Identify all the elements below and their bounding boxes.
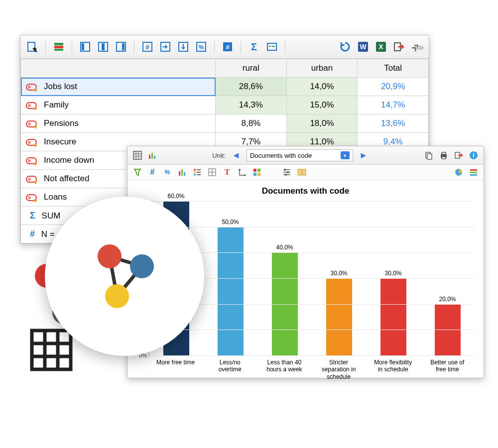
- network-graph-icon: [82, 234, 167, 319]
- svg-rect-6: [54, 43, 63, 45]
- cell-total[interactable]: 20,9%: [358, 78, 429, 96]
- hash-small-icon[interactable]: #: [147, 167, 157, 177]
- cell-urban[interactable]: 14,0%: [286, 78, 358, 96]
- merge-cells-icon[interactable]: [297, 167, 307, 177]
- network-badge: [45, 197, 204, 356]
- cell-urban[interactable]: 15,0%: [286, 96, 358, 114]
- stats-box-icon[interactable]: [265, 40, 279, 54]
- hash-icon[interactable]: #: [140, 40, 154, 54]
- cell-total[interactable]: 13,6%: [358, 114, 429, 133]
- cell-rural[interactable]: 8,8%: [216, 114, 287, 133]
- export-icon[interactable]: [454, 150, 464, 160]
- cell-rural[interactable]: 28,6%: [216, 78, 287, 96]
- row-label: Income down: [44, 155, 94, 165]
- text-tool-icon[interactable]: T: [222, 167, 232, 177]
- cell-urban[interactable]: 18,0%: [286, 114, 358, 133]
- highlight-rows-icon[interactable]: [52, 40, 66, 54]
- col-header-label[interactable]: [21, 59, 216, 78]
- code-tag-icon: [26, 156, 39, 165]
- bars-colored-icon[interactable]: [177, 167, 187, 177]
- svg-rect-14: [122, 43, 124, 50]
- unit-next-button[interactable]: ►: [358, 150, 369, 161]
- unit-prev-button[interactable]: ◄: [231, 150, 242, 161]
- table-view-icon[interactable]: [132, 150, 142, 160]
- layout-right-icon[interactable]: [114, 40, 128, 54]
- svg-rect-53: [133, 151, 141, 159]
- chevron-down-icon: ▾: [341, 151, 350, 159]
- palette-icon[interactable]: [252, 167, 262, 177]
- grid-small-icon[interactable]: [207, 167, 217, 177]
- svg-point-42: [28, 141, 31, 144]
- x-tick-label: Better use of free time: [427, 359, 468, 380]
- svg-point-36: [28, 104, 31, 107]
- filter-icon[interactable]: [132, 167, 142, 177]
- legend-icon[interactable]: [469, 167, 479, 177]
- hash-solid-icon[interactable]: #: [221, 40, 235, 54]
- x-tick-label: More flexibility in schedule: [373, 359, 413, 380]
- svg-text:i: i: [473, 152, 474, 159]
- bar-value-label: 20,0%: [439, 296, 456, 303]
- table-row[interactable]: Jobs lost28,6%14,0%20,9%: [21, 78, 429, 96]
- percent-small-icon[interactable]: %: [162, 167, 172, 177]
- svg-point-48: [28, 178, 31, 181]
- pie-icon[interactable]: [454, 167, 464, 177]
- bar-value-label: 30,0%: [330, 270, 347, 277]
- svg-rect-84: [257, 173, 260, 176]
- cell-total[interactable]: 14,7%: [358, 96, 429, 114]
- arrow-right-box-icon[interactable]: [158, 40, 172, 54]
- svg-point-49: [34, 181, 37, 184]
- word-export-icon[interactable]: W: [356, 40, 370, 54]
- export-arrow-icon[interactable]: [392, 40, 406, 54]
- info-icon[interactable]: i: [469, 150, 479, 160]
- crosstab-toolbar: # % # Σ W X »: [20, 35, 429, 59]
- col-header-urban[interactable]: urban: [286, 59, 358, 78]
- layout-left-icon[interactable]: [78, 40, 92, 54]
- sigma-icon[interactable]: Σ: [247, 40, 261, 54]
- x-tick-label: Less than 40 hours a week: [264, 359, 305, 380]
- code-tag-icon: [26, 193, 39, 202]
- abacus-icon[interactable]: [282, 167, 292, 177]
- bar[interactable]: 30,0%: [319, 270, 360, 355]
- svg-rect-25: [269, 46, 271, 47]
- list-icon[interactable]: [192, 167, 202, 177]
- svg-point-39: [28, 122, 31, 125]
- unit-dropdown[interactable]: Documents with code ▾: [247, 149, 353, 161]
- row-label: Insecure: [44, 137, 76, 146]
- table-row[interactable]: Family14,3%15,0%14,7%: [21, 96, 429, 114]
- excel-export-icon[interactable]: X: [374, 40, 388, 54]
- axis-icon[interactable]: [237, 167, 247, 177]
- chart-top-toolbar: Unit: ◄ Documents with code ▾ ► i: [127, 146, 484, 165]
- table-row[interactable]: Pensions8,8%18,0%13,6%: [21, 114, 429, 133]
- gridline: [149, 330, 475, 330]
- svg-text:#: #: [226, 43, 230, 51]
- svg-point-45: [28, 159, 31, 162]
- bar[interactable]: 20,0%: [427, 296, 468, 355]
- bar[interactable]: 30,0%: [373, 270, 414, 355]
- bar[interactable]: 50,0%: [210, 219, 251, 355]
- hash-icon: #: [30, 229, 35, 239]
- copy-icon[interactable]: [424, 150, 434, 160]
- select-tool-icon[interactable]: [25, 40, 39, 54]
- chart-view-icon[interactable]: [147, 150, 157, 160]
- svg-rect-64: [442, 152, 446, 154]
- refresh-icon[interactable]: [338, 40, 352, 54]
- print-icon[interactable]: [439, 150, 449, 160]
- layout-center-icon[interactable]: [96, 40, 110, 54]
- svg-point-101: [130, 254, 154, 278]
- svg-text:#: #: [145, 43, 149, 51]
- bar-value-label: 60,0%: [167, 193, 184, 200]
- bar[interactable]: 40,0%: [264, 244, 305, 355]
- svg-text:%: %: [199, 44, 204, 51]
- svg-point-52: [34, 199, 37, 202]
- gridline: [149, 355, 475, 356]
- arrow-down-box-icon[interactable]: [176, 40, 190, 54]
- percent-box-icon[interactable]: %: [194, 40, 208, 54]
- more-chevrons-icon[interactable]: »: [410, 40, 424, 54]
- col-header-rural[interactable]: rural: [216, 59, 287, 78]
- cell-rural[interactable]: 14,3%: [216, 96, 287, 114]
- col-header-total[interactable]: Total: [358, 59, 429, 78]
- svg-rect-59: [151, 153, 153, 159]
- row-label: Family: [44, 100, 69, 110]
- row-label: Not affected: [44, 174, 89, 183]
- svg-text:X: X: [378, 43, 383, 51]
